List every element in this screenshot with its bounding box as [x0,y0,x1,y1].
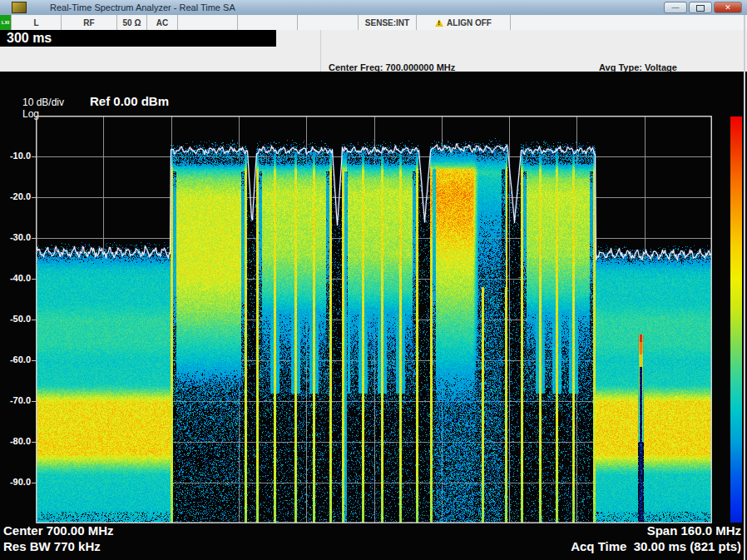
span-annotation[interactable]: Span 160.0 MHz [647,523,741,538]
sweep-time-field[interactable]: 300 ms [0,30,276,47]
status-cell-empty-3 [298,15,359,30]
app-window: Real-Time Spectrum Analyzer - Real Time … [0,0,747,560]
status-cell-empty-1 [178,15,238,30]
density-colorbar [730,116,742,523]
spectrum-display [36,116,712,523]
y-axis-label: -60.0 [0,354,31,364]
y-axis-label: -90.0 [0,477,31,487]
status-cell-empty-2 [238,15,298,30]
app-icon [12,2,27,13]
status-bar: LXI L RF 50 Ω AC SENSE:INT ! ALIGN OFF [0,15,747,31]
status-cell-l: L [12,15,62,30]
window-title: Real-Time Spectrum Analyzer - Real Time … [50,2,235,12]
ref-level-label[interactable]: Ref 0.00 dBm [90,94,169,108]
settings-header: 300 ms 100 % POI: 5.970 µs PNO: Fast IFG… [0,30,747,72]
y-axis-label: -30.0 [0,232,31,242]
scale-label: 10 dB/div [22,97,64,108]
align-off-label: ALIGN OFF [447,18,492,27]
status-cell-align[interactable]: ! ALIGN OFF [417,15,511,30]
res-bw-annotation[interactable]: Res BW 770 kHz [3,539,101,553]
y-axis-label: -40.0 [0,273,31,283]
acq-time-annotation[interactable]: Acq Time 30.00 ms (821 pts) [571,539,741,553]
sweep-time-value: 300 ms [7,31,52,45]
center-freq-annotation[interactable]: Center 700.00 MHz [3,523,114,538]
close-button[interactable]: ✕ [714,2,742,13]
window-controls: — ✕ [664,2,742,13]
status-cell-sense: SENSE:INT [359,15,417,30]
header-divider [320,30,321,72]
minimize-button[interactable]: — [664,2,687,13]
maximize-button[interactable] [689,2,712,13]
display-area: 10 dB/div Log Ref 0.00 dBm -10.0-20.0-30… [0,72,747,560]
warning-icon: ! [435,19,443,27]
y-axis-label: -50.0 [0,314,31,324]
status-cell-impedance: 50 Ω [117,15,147,30]
y-axis-label: -20.0 [0,191,31,201]
window-border [744,15,745,560]
maximize-icon [696,5,705,12]
status-cell-rf: RF [62,15,117,30]
lxi-indicator: LXI [0,15,12,30]
title-bar: Real-Time Spectrum Analyzer - Real Time … [0,0,747,16]
status-cell-rest [511,15,747,30]
y-axis-label: -80.0 [0,436,31,446]
y-axis-label: -70.0 [0,395,31,405]
status-cell-coupling: AC [147,15,178,30]
y-axis-label: -10.0 [0,151,31,161]
